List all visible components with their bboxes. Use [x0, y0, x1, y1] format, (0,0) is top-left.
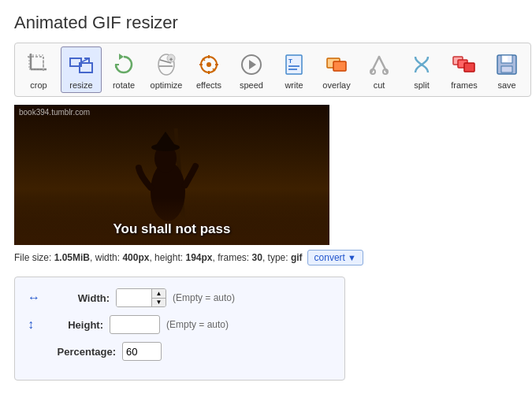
save-icon [493, 50, 521, 79]
optimize-label: optimize [151, 80, 183, 90]
split-label: split [414, 80, 430, 90]
file-type: gif [291, 252, 303, 263]
svg-text:T: T [288, 58, 292, 65]
resize-panel: ↔ Width: ▲ ▼ (Empty = auto) ↕ Height: (E… [14, 277, 345, 381]
optimize-icon: ✦ [152, 50, 180, 79]
watermark: book394.tumblr.com [19, 108, 90, 117]
file-height: 194px [185, 252, 212, 263]
convert-button[interactable]: convert ▼ [307, 250, 363, 265]
width-input[interactable] [117, 289, 151, 306]
tool-save[interactable]: save [486, 46, 527, 93]
tool-crop[interactable]: crop [18, 46, 59, 93]
page-title: Animated GIF resizer [14, 13, 518, 33]
height-input[interactable] [110, 315, 160, 334]
height-link-icon: ↕ [28, 317, 34, 332]
rotate-icon [110, 50, 138, 79]
frames-label: frames [451, 80, 478, 90]
percentage-row: Percentage: [28, 342, 332, 361]
svg-rect-28 [333, 61, 346, 71]
effects-icon [195, 50, 223, 79]
svg-marker-44 [154, 132, 177, 147]
write-label: write [285, 80, 303, 90]
resize-label: resize [69, 80, 92, 90]
cut-label: cut [374, 80, 385, 90]
width-spinner[interactable]: ▲ ▼ [116, 288, 166, 307]
speed-icon [237, 50, 266, 79]
height-label: Height: [40, 319, 103, 331]
width-label: Width: [47, 292, 110, 304]
file-info: File size: 1.05MiB, width: 400px, height… [14, 250, 518, 265]
split-icon [407, 50, 436, 79]
width-spinner-buttons: ▲ ▼ [151, 289, 166, 306]
width-increment-button[interactable]: ▲ [152, 289, 166, 299]
crop-label: crop [30, 80, 47, 90]
svg-point-31 [370, 69, 375, 74]
tool-optimize[interactable]: ✦ optimize [146, 46, 187, 93]
tool-overlay[interactable]: overlay [316, 46, 357, 93]
frames-icon [450, 50, 478, 79]
tool-frames[interactable]: frames [444, 46, 485, 93]
tool-effects[interactable]: effects [188, 46, 229, 93]
toolbar: crop resize rot [14, 43, 531, 97]
svg-rect-35 [464, 63, 474, 72]
svg-rect-38 [501, 66, 512, 72]
overlay-icon [322, 50, 351, 79]
height-hint: (Empty = auto) [166, 319, 229, 330]
convert-label: convert [314, 252, 345, 263]
cut-icon [365, 50, 393, 79]
rotate-label: rotate [113, 80, 135, 90]
file-size: 1.05MiB [54, 252, 90, 263]
svg-point-14 [206, 62, 211, 67]
crop-icon [24, 50, 53, 79]
percentage-label: Percentage: [53, 346, 116, 358]
tool-rotate[interactable]: rotate [103, 46, 144, 93]
page-wrapper: Animated GIF resizer crop [0, 0, 532, 401]
speed-label: speed [240, 80, 263, 90]
width-row: ↔ Width: ▲ ▼ (Empty = auto) [28, 288, 332, 307]
percentage-input[interactable] [122, 342, 162, 361]
tool-resize[interactable]: resize [61, 46, 102, 93]
svg-rect-39 [503, 56, 508, 61]
height-row: ↕ Height: (Empty = auto) [28, 315, 332, 334]
svg-text:✦: ✦ [169, 57, 173, 62]
resize-icon [67, 50, 95, 79]
tool-speed[interactable]: speed [231, 46, 272, 93]
svg-marker-22 [249, 60, 256, 69]
tool-split[interactable]: split [401, 46, 442, 93]
width-hint: (Empty = auto) [173, 292, 235, 303]
file-width: 400px [122, 252, 149, 263]
width-link-icon: ↔ [28, 291, 40, 305]
tool-cut[interactable]: cut [359, 46, 400, 93]
save-label: save [497, 80, 515, 90]
write-icon: T [280, 50, 308, 79]
file-frames: 30 [252, 252, 262, 263]
svg-point-32 [383, 69, 388, 74]
width-decrement-button[interactable]: ▼ [152, 299, 166, 307]
effects-label: effects [196, 80, 221, 90]
file-info-text: File size: 1.05MiB, width: 400px, height… [14, 252, 303, 263]
overlay-label: overlay [322, 80, 350, 90]
tool-write[interactable]: T write [273, 46, 314, 93]
gif-preview: book394.tumblr.com You shall not pass [14, 105, 329, 245]
convert-dropdown-icon: ▼ [348, 253, 356, 262]
gif-caption: You shall not pass [14, 221, 329, 237]
